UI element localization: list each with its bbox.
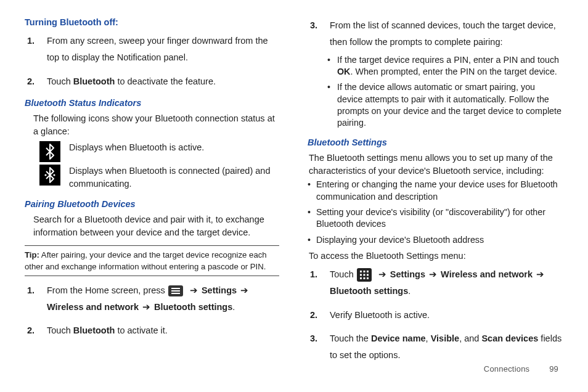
heading-pairing: Pairing Bluetooth Devices	[25, 198, 279, 211]
menu-icon	[168, 285, 183, 296]
svg-rect-10	[367, 277, 369, 279]
bullet-item: Entering or changing the name your devic…	[316, 179, 562, 203]
status-text: Displays when Bluetooth is connected (pa…	[69, 165, 279, 190]
bold-text: Bluetooth settings	[330, 286, 408, 296]
page-footer: Connections 99	[484, 364, 558, 374]
step-text: , and	[459, 333, 481, 343]
status-row-active: Displays when Bluetooth is active.	[39, 141, 279, 162]
settings-intro: The Bluetooth settings menu allows you t…	[309, 152, 562, 178]
step-text: Touch the	[330, 333, 371, 343]
step-number: 1.	[27, 282, 35, 299]
arrow-icon: ➔	[378, 269, 386, 279]
bold-text: Visible	[431, 333, 459, 343]
pairing-steps: 1. From the Home screen, press ➔ Setting…	[25, 282, 279, 339]
svg-rect-3	[363, 271, 365, 272]
bluetooth-active-icon	[39, 141, 60, 162]
step-text: Touch	[330, 269, 356, 279]
step-text: Touch	[47, 325, 73, 335]
heading-turn-off: Turning Bluetooth off:	[25, 16, 279, 29]
step-text: Touch	[47, 76, 73, 86]
step-number: 1.	[27, 33, 35, 49]
footer-section: Connections	[484, 364, 529, 374]
step-item: 2. Verify Bluetooth is active.	[330, 307, 562, 324]
bold-text: Bluetooth	[73, 76, 115, 86]
step-item: 1. From the Home screen, press ➔ Setting…	[47, 282, 279, 316]
step-text: From the Home screen, press	[47, 285, 168, 295]
step-item: 3. From the list of scanned devices, tou…	[330, 17, 562, 129]
bullet-item: Setting your device's visibility (or "di…	[316, 206, 562, 231]
svg-rect-7	[367, 274, 369, 276]
bullet-item: If the device allows automatic or smart …	[337, 81, 562, 129]
step-text: From the list of scanned devices, touch …	[330, 20, 556, 47]
bluetooth-connected-icon	[39, 165, 60, 186]
access-intro: To access the Bluetooth Settings menu:	[309, 250, 562, 263]
step-text: to activate it.	[115, 325, 167, 335]
bullet-item: If the target device requires a PIN, ent…	[337, 54, 562, 78]
step-text: to deactivate the feature.	[115, 76, 216, 86]
turn-off-steps: 1. From any screen, sweep your finger do…	[25, 33, 279, 89]
step-text: From any screen, sweep your finger downw…	[47, 36, 268, 62]
arrow-icon: ➔	[190, 285, 198, 295]
bold-text: Settings	[202, 285, 239, 295]
step-number: 2.	[310, 307, 317, 324]
status-intro: The following icons show your Bluetooth …	[33, 112, 279, 138]
tip-box: Tip: After pairing, your device and the …	[25, 245, 279, 276]
footer-page-number: 99	[549, 364, 558, 374]
bullet-item: Displaying your device's Bluetooth addre…	[316, 234, 562, 246]
settings-bullets: Entering or changing the name your devic…	[308, 179, 562, 245]
svg-rect-2	[360, 271, 362, 272]
step-item: 1. From any screen, sweep your finger do…	[47, 33, 279, 66]
svg-point-1	[53, 174, 55, 176]
step-text: ,	[426, 333, 431, 343]
step-number: 2.	[27, 73, 35, 90]
heading-status-indicators: Bluetooth Status Indicators	[25, 97, 279, 110]
bold-text: Device name	[371, 333, 426, 343]
step-item: 3. Touch the Device name, Visible, and S…	[330, 330, 562, 364]
step-item: 1. Touch ➔ Settings ➔ Wireless and netwo…	[330, 266, 562, 300]
apps-grid-icon	[357, 268, 372, 282]
bold-text: OK	[337, 67, 350, 76]
arrow-icon: ➔	[429, 269, 437, 279]
arrow-icon: ➔	[142, 302, 150, 312]
right-column: 3. From the list of scanned devices, tou…	[308, 14, 562, 371]
step-number: 3.	[310, 17, 317, 34]
bold-text: Scan devices	[481, 333, 538, 343]
pairing-continued: 3. From the list of scanned devices, tou…	[308, 17, 562, 129]
status-row-connected: Displays when Bluetooth is connected (pa…	[39, 165, 279, 190]
pairing-intro: Search for a Bluetooth device and pair w…	[33, 213, 279, 239]
svg-rect-9	[363, 277, 365, 279]
svg-rect-4	[367, 271, 369, 272]
bullet-text: . When prompted, enter the PIN on the ta…	[350, 67, 557, 76]
arrow-icon: ➔	[240, 285, 248, 295]
bold-text: Bluetooth settings	[154, 302, 232, 312]
step-item: 2. Touch Bluetooth to activate it.	[47, 322, 279, 339]
bullet-text: If the target device requires a PIN, ent…	[337, 55, 559, 65]
bold-text: Wireless and network	[47, 302, 139, 312]
bold-text: Bluetooth	[73, 325, 115, 335]
svg-point-0	[44, 174, 46, 176]
access-steps: 1. Touch ➔ Settings ➔ Wireless and netwo…	[308, 266, 562, 364]
step-item: 2. Touch Bluetooth to deactivate the fea…	[47, 73, 279, 90]
step-text: Verify Bluetooth is active.	[330, 310, 430, 320]
left-column: Turning Bluetooth off: 1. From any scree…	[25, 14, 279, 371]
step-number: 2.	[27, 322, 35, 339]
heading-settings: Bluetooth Settings	[308, 136, 562, 149]
bold-text: Wireless and network	[441, 269, 535, 279]
status-text: Displays when Bluetooth is active.	[69, 141, 204, 154]
step-number: 3.	[310, 330, 317, 347]
bold-text: Settings	[390, 269, 428, 279]
pairing-sublist: If the target device requires a PIN, ent…	[330, 54, 562, 129]
page-content: Turning Bluetooth off: 1. From any scree…	[0, 0, 588, 371]
svg-rect-6	[363, 274, 365, 276]
tip-text: After pairing, your device and the targe…	[25, 250, 267, 271]
svg-rect-5	[360, 274, 362, 276]
step-number: 1.	[310, 266, 317, 283]
tip-label: Tip:	[25, 250, 39, 259]
arrow-icon: ➔	[536, 269, 544, 279]
svg-rect-8	[360, 277, 362, 279]
